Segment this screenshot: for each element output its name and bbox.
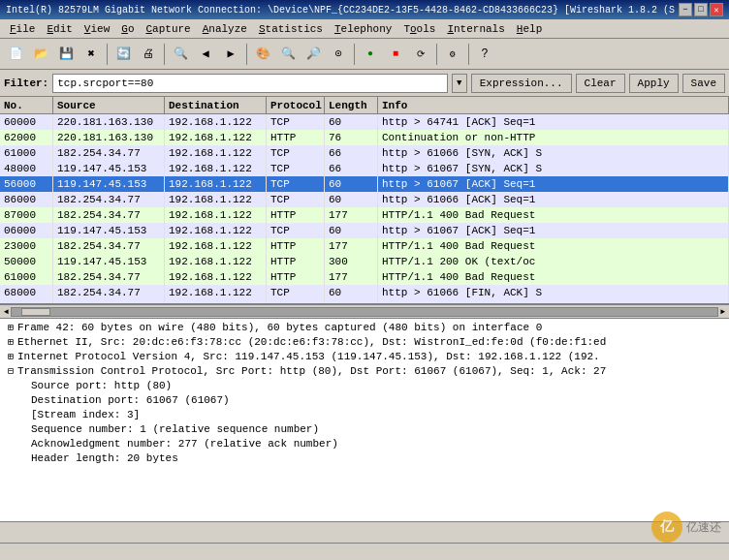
expand-frame[interactable]: ⊞	[4, 321, 17, 335]
cell-src: 182.254.34.77	[53, 207, 165, 223]
toolbar: 📄 📂 💾 ✖ 🔄 🖨 🔍 ◀ ▶ 🎨 🔍 🔎 ⊙ ● ■ ⟳ ⚙ ?	[0, 39, 729, 70]
next-button[interactable]: ▶	[219, 43, 242, 66]
col-header-info[interactable]: Info	[378, 97, 729, 113]
statusbar	[0, 543, 729, 560]
detail-ip-text: Internet Protocol Version 4, Src: 119.14…	[17, 350, 725, 364]
table-row[interactable]: 61000 182.254.34.77 192.168.1.122 HTTP 1…	[0, 269, 729, 285]
menu-go[interactable]: Go	[115, 19, 140, 38]
cell-no: 23000	[0, 238, 53, 254]
cell-no: 61000	[0, 145, 53, 161]
cell-proto: TCP	[267, 145, 325, 161]
detail-ack-text: Acknowledgment number: 277 (relative ack…	[31, 437, 725, 451]
capture-stop-button[interactable]: ■	[384, 43, 407, 66]
zoom-out-button[interactable]: 🔎	[301, 43, 325, 66]
col-header-destination[interactable]: Destination	[165, 97, 267, 113]
filterbar: Filter: ▼ Expression... Clear Apply Save	[0, 70, 729, 97]
scroll-left-arrow[interactable]: ◄	[2, 307, 11, 316]
filter-dropdown-button[interactable]: ▼	[452, 74, 467, 93]
prev-button[interactable]: ◀	[194, 43, 217, 66]
zoom-reset-button[interactable]: ⊙	[327, 43, 350, 66]
col-header-source[interactable]: Source	[53, 97, 165, 113]
print-button[interactable]: 🖨	[137, 43, 160, 66]
reload-button[interactable]: 🔄	[111, 43, 135, 66]
cell-len: 60	[325, 114, 378, 130]
table-row[interactable]: 61000 182.254.34.77 192.168.1.122 TCP 66…	[0, 145, 729, 161]
save-filter-button[interactable]: Save	[682, 74, 725, 93]
maximize-button[interactable]: □	[694, 3, 708, 16]
menu-file[interactable]: File	[4, 19, 41, 38]
expand-ethernet[interactable]: ⊞	[4, 335, 17, 350]
help-button[interactable]: ?	[473, 43, 496, 66]
clear-button[interactable]: Clear	[576, 74, 625, 93]
scroll-right-arrow[interactable]: ►	[718, 307, 727, 316]
cell-proto: TCP	[267, 192, 325, 207]
detail-frame: ⊞ Frame 42: 60 bytes on wire (480 bits),…	[4, 321, 725, 335]
cell-proto: TCP	[267, 285, 325, 300]
table-row[interactable]: 62000 220.181.163.130 192.168.1.122 HTTP…	[0, 130, 729, 145]
menu-view[interactable]: View	[79, 19, 115, 38]
cell-len: 60	[325, 223, 378, 238]
close-button[interactable]: ✕	[710, 3, 723, 16]
expand-ip[interactable]: ⊞	[4, 350, 17, 364]
scroll-thumb[interactable]	[21, 308, 50, 316]
cell-src: 182.254.34.77	[53, 238, 165, 254]
titlebar-buttons: − □ ✕	[679, 3, 723, 16]
minimize-button[interactable]: −	[679, 3, 692, 16]
cell-info: HTTP/1.1 400 Bad Request	[378, 269, 729, 285]
cell-len: 60	[325, 192, 378, 207]
menu-internals[interactable]: Internals	[441, 19, 510, 38]
detail-ip: ⊞ Internet Protocol Version 4, Src: 119.…	[4, 350, 725, 364]
menu-help[interactable]: Help	[511, 19, 548, 38]
menu-telephony[interactable]: Telephony	[329, 19, 397, 38]
table-row[interactable]: 86000 182.254.34.77 192.168.1.122 TCP 60…	[0, 192, 729, 207]
apply-button[interactable]: Apply	[629, 74, 679, 93]
cell-info: HTTP/1.1 400 Bad Request	[378, 207, 729, 223]
save-button[interactable]: 💾	[54, 43, 78, 66]
separator5	[436, 44, 437, 65]
cell-info: http > 61066 [FIN, ACK] S	[378, 285, 729, 300]
table-row[interactable]: 56000 119.147.45.153 192.168.1.122 TCP 6…	[0, 176, 729, 192]
cell-proto: HTTP	[267, 269, 325, 285]
cell-len: 300	[325, 254, 378, 269]
cell-info: http > 61066 [ACK] Seq=1	[378, 192, 729, 207]
new-capture-button[interactable]: 📄	[4, 43, 27, 66]
cell-dst: 192.168.1.122	[165, 161, 267, 176]
menu-analyze[interactable]: Analyze	[197, 19, 253, 38]
filter-input[interactable]	[52, 74, 448, 93]
titlebar: Intel(R) 82579LM Gigabit Network Connect…	[0, 0, 729, 19]
capture-start-button[interactable]: ●	[359, 43, 382, 66]
expression-button[interactable]: Expression...	[471, 74, 572, 93]
menu-tools[interactable]: Tools	[397, 19, 441, 38]
table-row[interactable]: 06000 119.147.45.153 192.168.1.122 TCP 6…	[0, 223, 729, 238]
capture-restart-button[interactable]: ⟳	[409, 43, 432, 66]
horizontal-scrollbar[interactable]: ◄ ►	[0, 305, 729, 319]
menu-statistics[interactable]: Statistics	[253, 19, 329, 38]
cell-src: 119.147.45.153	[53, 176, 165, 192]
find-button[interactable]: 🔍	[169, 43, 192, 66]
expand-tcp[interactable]: ⊟	[4, 364, 17, 379]
colorize-button[interactable]: 🎨	[251, 43, 274, 66]
col-header-protocol[interactable]: Protocol	[267, 97, 325, 113]
table-row[interactable]: 23000 182.254.34.77 192.168.1.122 HTTP 1…	[0, 238, 729, 254]
col-header-no[interactable]: No.	[0, 97, 53, 113]
col-header-length[interactable]: Length	[325, 97, 378, 113]
table-row[interactable]: 87000 182.254.34.77 192.168.1.122 HTTP 1…	[0, 207, 729, 223]
table-row[interactable]: 50000 119.147.45.153 192.168.1.122 HTTP …	[0, 254, 729, 269]
table-row[interactable]: 60000 220.181.163.130 192.168.1.122 TCP …	[0, 114, 729, 130]
cell-len: 66	[325, 145, 378, 161]
detail-dst-port: Destination port: 61067 (61067)	[4, 393, 725, 408]
table-row[interactable]: 68000 182.254.34.77 192.168.1.122 TCP 60…	[0, 285, 729, 300]
table-row[interactable]: 48000 119.147.45.153 192.168.1.122 TCP 6…	[0, 161, 729, 176]
close-capture-button[interactable]: ✖	[79, 43, 103, 66]
cell-dst: 192.168.1.122	[165, 223, 267, 238]
open-button[interactable]: 📂	[29, 43, 52, 66]
menu-capture[interactable]: Capture	[140, 19, 196, 38]
capture-options-button[interactable]: ⚙	[441, 43, 464, 66]
watermark: 亿 亿速还	[651, 512, 721, 543]
zoom-in-button[interactable]: 🔍	[276, 43, 300, 66]
menu-edit[interactable]: Edit	[41, 19, 78, 38]
cell-info: HTTP/1.1 200 OK (text/oc	[378, 254, 729, 269]
cell-src: 182.254.34.77	[53, 285, 165, 300]
cell-src: 119.147.45.153	[53, 161, 165, 176]
scroll-track[interactable]	[11, 307, 718, 317]
